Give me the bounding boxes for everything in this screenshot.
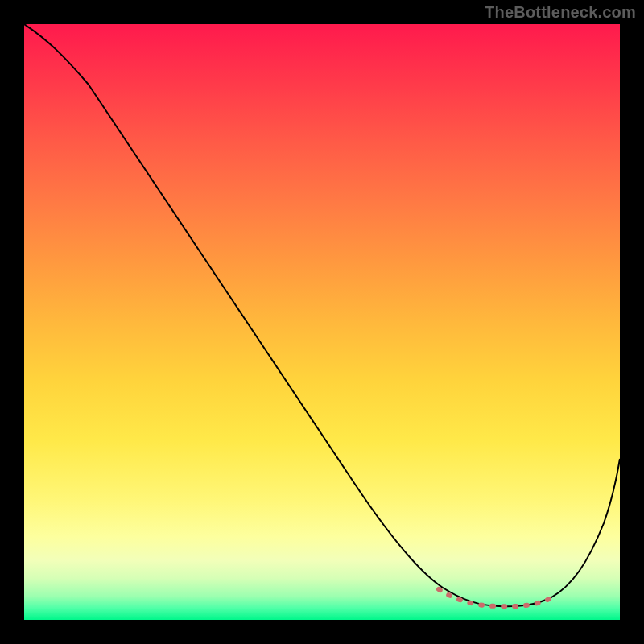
- attribution-label: TheBottleneck.com: [485, 3, 636, 22]
- curve-svg: [24, 24, 620, 620]
- chart-stage: TheBottleneck.com: [0, 0, 644, 644]
- gradient-plot-area: [24, 24, 620, 620]
- bottleneck-curve: [24, 24, 620, 606]
